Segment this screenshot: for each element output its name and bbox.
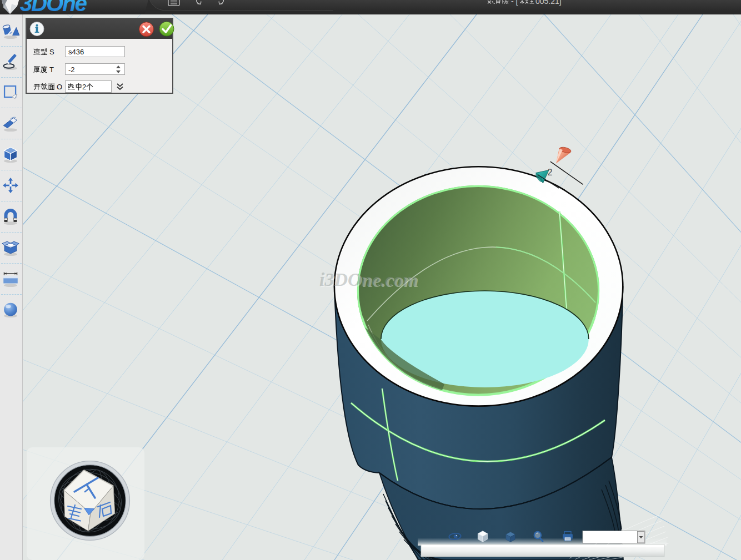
svg-text:3DOne: 3DOne xyxy=(20,0,87,14)
svg-text:- [: - [ xyxy=(511,0,518,6)
svg-text:005.21]: 005.21] xyxy=(535,0,562,6)
svg-text:i3DOne.com: i3DOne.com xyxy=(319,269,418,290)
svg-text:2: 2 xyxy=(548,168,553,177)
